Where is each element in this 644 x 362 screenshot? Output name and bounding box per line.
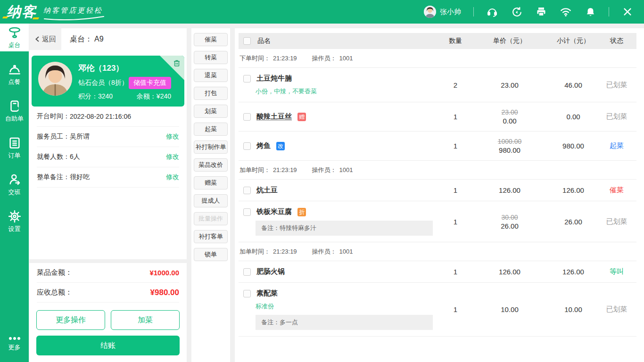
lock-order-button[interactable]: 锁单 — [194, 248, 228, 261]
modify-remark-link[interactable]: 修改 — [166, 173, 179, 181]
qty-cell: 2 — [441, 81, 470, 89]
qty-cell: 1 — [441, 218, 470, 226]
sidebar-item-label: 更多 — [8, 343, 21, 352]
reprint-kitchen-ticket-button[interactable]: 补打制作单 — [194, 140, 228, 154]
shift-icon — [8, 173, 22, 187]
checkout-button[interactable]: 结账 — [36, 336, 180, 355]
headset-icon[interactable] — [486, 6, 498, 18]
modify-waiter-link[interactable]: 修改 — [166, 132, 179, 141]
group-time: 21:23:19 — [273, 55, 297, 62]
row-checkbox[interactable] — [243, 75, 251, 82]
sidebar-item-settings[interactable]: 设置 — [0, 207, 29, 235]
subtotal-cell: 126.00 — [550, 186, 597, 194]
sidebar-item-label: 自助单 — [5, 115, 24, 123]
modify-guest-count-link[interactable]: 修改 — [166, 153, 179, 161]
subtotal-cell: 0.00 — [550, 113, 597, 121]
group-operator: 1001 — [339, 166, 353, 173]
trash-icon[interactable] — [173, 59, 181, 67]
user-avatar — [424, 6, 436, 18]
group-time: 21:23:19 — [273, 248, 297, 255]
start-dish-button[interactable]: 起菜 — [194, 123, 228, 136]
qty-cell: 1 — [441, 305, 470, 313]
urge-dish-button[interactable]: 催菜 — [194, 33, 228, 46]
printer-icon[interactable] — [535, 6, 547, 18]
batch-operation-button: 批量操作 — [194, 212, 228, 225]
order-row: 铁板米豆腐 折 备注：特辣特麻多汁 1 30.00 26.00 26.00 已划… — [239, 201, 636, 242]
group-operator-label: 操作员： — [312, 166, 337, 174]
row-checkbox[interactable] — [243, 290, 251, 297]
member-points: 积分：3240 — [78, 92, 113, 101]
logo-tagline: 纳客管店更轻松 — [43, 6, 105, 15]
logo-text: 纳客 — [7, 1, 37, 22]
sidebar-item-orders[interactable]: 订单 — [0, 134, 29, 162]
row-checkbox[interactable] — [243, 208, 251, 216]
dish-note: 备注：特辣特麻多汁 — [256, 221, 433, 236]
subtotal-cell: 26.00 — [550, 218, 597, 226]
member-level: 钻石会员（8折） — [78, 79, 128, 87]
dish-spec: 小份，中辣，不要香菜 — [256, 87, 441, 96]
dish-name: 土豆炖牛腩 — [256, 74, 292, 83]
order-group-header: 下单时间：21:23:19 操作员：1001 — [239, 49, 636, 68]
current-price: 26.00 — [501, 222, 519, 230]
waiter-value: 吴所谓 — [70, 132, 90, 141]
row-checkbox[interactable] — [243, 142, 251, 150]
order-group-header: 加单时间：21:23:19 操作员：1001 — [239, 161, 636, 180]
wifi-icon[interactable] — [560, 6, 572, 18]
sidebar-item-shift[interactable]: 交班 — [0, 171, 29, 198]
topbar-right: 张小帅 — [424, 6, 644, 18]
dish-name: 烤鱼 — [256, 141, 271, 150]
select-all-checkbox[interactable] — [243, 37, 251, 45]
unit-price-cell: 1000.00 980.00 — [470, 138, 550, 154]
member-balance: 余额：¥240 — [137, 92, 171, 101]
gift-dish-button[interactable]: 赠菜 — [194, 176, 228, 189]
logo-tagline-wrap: 纳客管店更轻松 — [43, 6, 105, 22]
receivable-label: 应收总额： — [37, 288, 72, 297]
user-menu[interactable]: 张小帅 — [424, 6, 461, 18]
qty-cell: 1 — [441, 113, 470, 121]
order-remark-value: 很好吃 — [70, 173, 90, 181]
dish-name: 铁板米豆腐 — [256, 207, 292, 216]
topbar-divider — [609, 7, 609, 16]
order-remark-label: 整单备注： — [37, 173, 70, 181]
current-price: 0.00 — [503, 117, 516, 125]
dish-amount-label: 菜品金额： — [37, 268, 72, 277]
sync-icon[interactable] — [511, 6, 523, 18]
sidebar-item-order-food[interactable]: 点餐 — [0, 60, 29, 88]
transfer-dish-button[interactable]: 转菜 — [194, 51, 228, 64]
qty-cell: 1 — [441, 142, 470, 150]
order-row: 酸辣土豆丝 赠 1 23.00 0.00 0.00 已划菜 — [239, 102, 636, 132]
chevron-left-icon — [34, 36, 40, 42]
commission-person-button[interactable]: 提成人 — [194, 194, 228, 207]
back-button[interactable]: 返回 — [29, 28, 61, 50]
sidebar-item-tables[interactable]: 桌台 — [0, 24, 29, 51]
row-checkbox[interactable] — [243, 268, 251, 276]
group-time-label: 加单时间： — [239, 247, 270, 256]
dish-spec: 标准份 — [256, 302, 441, 311]
pack-button[interactable]: 打包 — [194, 87, 228, 100]
row-checkbox[interactable] — [243, 187, 251, 194]
more-actions-button[interactable]: 更多操作 — [36, 310, 105, 330]
change-price-button[interactable]: 菜品改价 — [194, 158, 228, 172]
guest-count-label: 就餐人数： — [37, 153, 70, 161]
sidebar-item-self-order[interactable]: 自助单 — [0, 97, 29, 125]
member-card: 邓伦（123） 钻石会员（8折） 储值卡充值 积分：3240 余额：¥240 — [32, 56, 184, 107]
unit-price-cell: 126.00 — [470, 268, 550, 276]
bell-icon[interactable] — [584, 6, 596, 18]
table-title: 桌台： A9 — [61, 28, 104, 50]
open-time-label: 开台时间： — [37, 112, 70, 121]
return-dish-button[interactable]: 退菜 — [194, 69, 228, 82]
reprint-guest-ticket-button[interactable]: 补打客单 — [194, 230, 228, 243]
close-icon[interactable] — [621, 6, 634, 18]
sidebar-item-label: 设置 — [8, 225, 21, 233]
mark-served-button[interactable]: 划菜 — [194, 105, 228, 118]
col-name: 品名 — [257, 37, 271, 45]
panel-buttons: 更多操作 加菜 结账 — [29, 303, 187, 362]
dish-amount-row: 菜品金额： ¥1000.00 — [37, 263, 179, 283]
row-checkbox[interactable] — [243, 113, 251, 121]
add-dish-button[interactable]: 加菜 — [111, 310, 180, 330]
sidebar: 桌台 点餐 自助单 订单 交班 设置 更多 — [0, 24, 29, 362]
sidebar-item-more[interactable]: 更多 — [0, 329, 29, 357]
current-price: 980.00 — [499, 146, 520, 154]
waiter-row: 服务员工： 吴所谓 修改 — [37, 127, 179, 147]
receivable-value: ¥980.00 — [150, 288, 179, 297]
